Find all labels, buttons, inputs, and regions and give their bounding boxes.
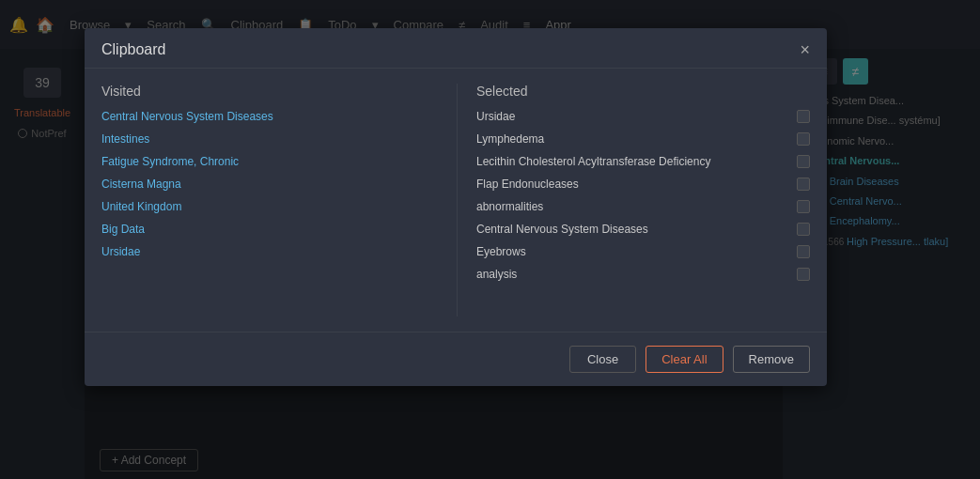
- clipboard-modal: Clipboard × Visited Central Nervous Syst…: [85, 28, 827, 386]
- selected-checkbox-5[interactable]: [797, 223, 810, 236]
- clear-all-button[interactable]: Clear All: [646, 346, 723, 373]
- selected-column: Selected Ursidae Lymphedema Lecithin Cho…: [465, 84, 810, 317]
- selected-item-0: Ursidae: [476, 110, 810, 123]
- selected-label-3: Flap Endonucleases: [476, 178, 579, 191]
- selected-item-1: Lymphedema: [476, 132, 810, 146]
- selected-item-3: Flap Endonucleases: [476, 178, 810, 191]
- visited-item-0[interactable]: Central Nervous System Diseases: [101, 110, 430, 123]
- selected-label-7: analysis: [476, 268, 517, 281]
- selected-label-2: Lecithin Cholesterol Acyltransferase Def…: [476, 155, 710, 168]
- selected-item-4: abnormalities: [476, 200, 810, 213]
- modal-footer: Close Clear All Remove: [85, 332, 827, 386]
- selected-label-5: Central Nervous System Diseases: [476, 223, 648, 236]
- visited-item-5[interactable]: Big Data: [101, 223, 430, 236]
- column-divider: [457, 84, 458, 317]
- selected-checkbox-4[interactable]: [797, 200, 810, 213]
- selected-label-1: Lymphedema: [476, 132, 544, 146]
- visited-item-6[interactable]: Ursidae: [101, 245, 430, 258]
- selected-header: Selected: [476, 84, 810, 99]
- selected-label-6: Eyebrows: [476, 245, 526, 258]
- modal-header: Clipboard ×: [85, 28, 827, 69]
- selected-checkbox-3[interactable]: [797, 178, 810, 191]
- modal-close-x-button[interactable]: ×: [800, 41, 810, 58]
- visited-header: Visited: [101, 84, 430, 99]
- selected-item-2: Lecithin Cholesterol Acyltransferase Def…: [476, 155, 810, 168]
- remove-button[interactable]: Remove: [733, 346, 810, 373]
- selected-label-4: abnormalities: [476, 200, 543, 213]
- visited-item-4[interactable]: United Kingdom: [101, 200, 430, 213]
- visited-item-1[interactable]: Intestines: [101, 132, 430, 146]
- close-button[interactable]: Close: [569, 346, 636, 373]
- modal-body: Visited Central Nervous System Diseases …: [85, 69, 827, 332]
- visited-column: Visited Central Nervous System Diseases …: [101, 84, 449, 317]
- selected-checkbox-6[interactable]: [797, 245, 810, 258]
- visited-item-2[interactable]: Fatigue Syndrome, Chronic: [101, 155, 430, 168]
- selected-label-0: Ursidae: [476, 110, 515, 123]
- selected-checkbox-1[interactable]: [797, 132, 810, 146]
- selected-checkbox-7[interactable]: [797, 268, 810, 281]
- selected-item-6: Eyebrows: [476, 245, 810, 258]
- selected-item-5: Central Nervous System Diseases: [476, 223, 810, 236]
- selected-checkbox-0[interactable]: [797, 110, 810, 123]
- visited-item-3[interactable]: Cisterna Magna: [101, 178, 430, 191]
- modal-title: Clipboard: [101, 41, 165, 58]
- selected-item-7: analysis: [476, 268, 810, 281]
- selected-checkbox-2[interactable]: [797, 155, 810, 168]
